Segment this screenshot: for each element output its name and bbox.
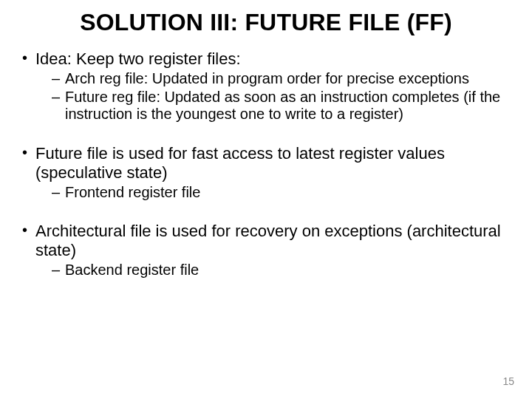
sub-bullet-list: Arch reg file: Updated in program order … [35,70,516,123]
sub-bullet-text: Frontend register file [65,184,200,200]
spacer [16,125,516,144]
sub-bullet-item: Frontend register file [52,184,516,202]
sub-bullet-text: Arch reg file: Updated in program order … [65,70,469,86]
sub-bullet-list: Frontend register file [35,184,516,202]
page-number: 15 [502,375,514,387]
sub-bullet-text: Backend register file [65,262,199,278]
bullet-text: Future file is used for fast access to l… [35,144,445,182]
slide-title: SOLUTION III: FUTURE FILE (FF) [16,9,516,36]
bullet-item: Architectural file is used for recovery … [21,222,516,279]
sub-bullet-item: Arch reg file: Updated in program order … [52,70,516,88]
spacer [16,202,516,222]
bullet-list: Future file is used for fast access to l… [16,144,516,202]
bullet-item: Future file is used for fast access to l… [21,144,516,202]
sub-bullet-item: Future reg file: Updated as soon as an i… [52,89,516,123]
bullet-list: Architectural file is used for recovery … [16,222,516,279]
sub-bullet-text: Future reg file: Updated as soon as an i… [65,89,500,123]
bullet-list: Idea: Keep two register files: Arch reg … [16,50,516,123]
bullet-item: Idea: Keep two register files: Arch reg … [21,50,516,123]
bullet-text: Architectural file is used for recovery … [35,222,501,259]
bullet-text: Idea: Keep two register files: [35,50,241,68]
sub-bullet-list: Backend register file [35,262,516,279]
slide: SOLUTION III: FUTURE FILE (FF) Idea: Kee… [0,0,532,399]
sub-bullet-item: Backend register file [52,262,516,279]
